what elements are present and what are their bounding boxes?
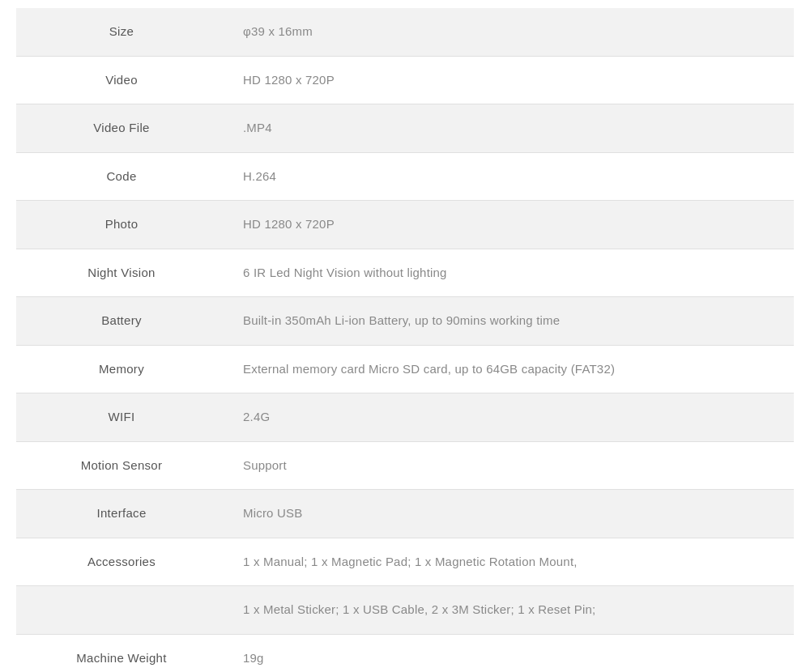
spec-value-cell: φ39 x 16mm bbox=[227, 8, 794, 56]
table-row: Sizeφ39 x 16mm bbox=[16, 8, 794, 56]
table-row: Motion SensorSupport bbox=[16, 441, 794, 490]
table-row: InterfaceMicro USB bbox=[16, 490, 794, 538]
table-row: Night Vision6 IR Led Night Vision withou… bbox=[16, 249, 794, 297]
spec-label-cell: Night Vision bbox=[16, 249, 227, 297]
spec-label-cell: Video bbox=[16, 56, 227, 104]
table-row: 1 x Metal Sticker; 1 x USB Cable, 2 x 3M… bbox=[16, 586, 794, 635]
table-row: VideoHD 1280 x 720P bbox=[16, 56, 794, 104]
spec-label-cell: Machine Weight bbox=[16, 634, 227, 672]
spec-value-cell: HD 1280 x 720P bbox=[227, 56, 794, 104]
spec-label-cell: Motion Sensor bbox=[16, 441, 227, 490]
spec-label-cell: WIFI bbox=[16, 393, 227, 442]
spec-value-cell: 6 IR Led Night Vision without lighting bbox=[227, 249, 794, 297]
table-row: CodeH.264 bbox=[16, 152, 794, 201]
spec-label-cell: Interface bbox=[16, 490, 227, 538]
spec-value-cell: H.264 bbox=[227, 152, 794, 201]
spec-value-cell: Built-in 350mAh Li-ion Battery, up to 90… bbox=[227, 297, 794, 346]
spec-label-cell: Memory bbox=[16, 345, 227, 393]
spec-label-cell: Accessories bbox=[16, 538, 227, 586]
spec-value-cell: 2.4G bbox=[227, 393, 794, 442]
spec-label-cell: Video File bbox=[16, 104, 227, 153]
spec-value-cell: Support bbox=[227, 441, 794, 490]
table-row: BatteryBuilt-in 350mAh Li-ion Battery, u… bbox=[16, 297, 794, 346]
spec-label-cell: Battery bbox=[16, 297, 227, 346]
spec-value-cell: HD 1280 x 720P bbox=[227, 201, 794, 249]
table-row: PhotoHD 1280 x 720P bbox=[16, 201, 794, 249]
spec-value-cell: Micro USB bbox=[227, 490, 794, 538]
spec-label-cell: Code bbox=[16, 152, 227, 201]
table-row: MemoryExternal memory card Micro SD card… bbox=[16, 345, 794, 393]
spec-table: Sizeφ39 x 16mmVideoHD 1280 x 720PVideo F… bbox=[16, 8, 794, 672]
spec-value-cell: 1 x Metal Sticker; 1 x USB Cable, 2 x 3M… bbox=[227, 586, 794, 635]
spec-value-cell: 1 x Manual; 1 x Magnetic Pad; 1 x Magnet… bbox=[227, 538, 794, 586]
table-row: Machine Weight19g bbox=[16, 634, 794, 672]
table-row: Accessories1 x Manual; 1 x Magnetic Pad;… bbox=[16, 538, 794, 586]
spec-value-cell: 19g bbox=[227, 634, 794, 672]
spec-label-cell bbox=[16, 586, 227, 635]
spec-label-cell: Photo bbox=[16, 201, 227, 249]
spec-label-cell: Size bbox=[16, 8, 227, 56]
spec-value-cell: External memory card Micro SD card, up t… bbox=[227, 345, 794, 393]
table-row: Video File.MP4 bbox=[16, 104, 794, 153]
spec-value-cell: .MP4 bbox=[227, 104, 794, 153]
table-row: WIFI2.4G bbox=[16, 393, 794, 442]
